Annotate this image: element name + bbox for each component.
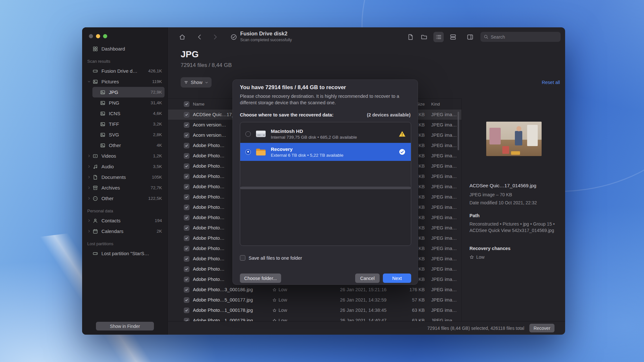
cell-date-modified: 26 Jan 2021, 14:32:59 (340, 297, 396, 302)
sidebar-item-lost-partition-stars[interactable]: Lost partition "StarS… (85, 248, 165, 259)
row-checkbox[interactable] (184, 133, 189, 138)
chevron-right-icon[interactable] (87, 154, 93, 158)
chevron-right-icon[interactable] (87, 175, 93, 179)
sidebar-item-pictures[interactable]: Pictures119K (85, 76, 165, 87)
row-checkbox[interactable] (184, 297, 189, 303)
row-checkbox[interactable] (184, 153, 189, 159)
row-checkbox[interactable] (184, 184, 189, 190)
device-list-scrollbar[interactable] (240, 187, 411, 189)
sidebar-item-count: 4K (154, 143, 162, 148)
show-filter-button[interactable]: Show (181, 77, 212, 88)
image-icon (100, 111, 106, 116)
sidebar-item-icns[interactable]: ICNS4,6K (92, 108, 165, 119)
row-checkbox[interactable] (184, 266, 189, 272)
star-icon (272, 288, 277, 292)
sidebar-item-png[interactable]: PNG31,4K (92, 97, 165, 108)
sidebar-item-fusion-drive-d[interactable]: Fusion Drive d…426,1K (85, 66, 165, 76)
row-checkbox[interactable] (184, 246, 189, 251)
file-row[interactable]: Adobe Photo…5_000177.jpgLow26 Jan 2021, … (168, 295, 461, 305)
sidebar-item-svg[interactable]: SVG2,8K (92, 129, 165, 140)
next-button[interactable]: Next (383, 274, 411, 283)
row-checkbox[interactable] (184, 318, 189, 321)
show-in-finder-button[interactable]: Show in Finder (96, 322, 154, 330)
destination-option-macintosh-hd[interactable]: Macintosh HDInternal 739,75 GB disk • 68… (240, 125, 411, 143)
sidebar-item-count: 119K (149, 79, 162, 84)
chevron-right-icon[interactable] (87, 165, 93, 168)
file-row[interactable]: Adobe Photo…3_000186.jpgLow26 Jan 2021, … (168, 284, 461, 295)
row-checkbox[interactable] (184, 143, 189, 148)
forward-icon[interactable] (210, 32, 220, 42)
file-row[interactable]: Adobe Photo…1_000178.jpgLow26 Jan 2021, … (168, 305, 461, 315)
select-all-checkbox[interactable] (184, 101, 189, 107)
choose-folder-button[interactable]: Choose folder... (240, 274, 281, 283)
row-checkbox[interactable] (184, 277, 189, 282)
selected-check-icon (399, 149, 406, 155)
reset-all-link[interactable]: Reset all (542, 80, 560, 85)
row-checkbox[interactable] (184, 287, 189, 292)
row-checkbox[interactable] (184, 308, 189, 313)
row-checkbox[interactable] (184, 163, 189, 169)
row-checkbox[interactable] (184, 215, 189, 220)
column-header-kind[interactable]: Kind (425, 102, 461, 107)
sidebar-item-calendars[interactable]: Calendars2K (85, 226, 165, 237)
sidebar-nav: DashboardScan resultsFusion Drive d…426,… (82, 43, 167, 259)
sidebar-item-label: Contacts (101, 218, 120, 223)
cell-kind: JPEG ima… (425, 236, 461, 241)
sidebar-item-dashboard[interactable]: Dashboard (85, 43, 165, 54)
sidebar-item-other[interactable]: Other122,5K (85, 193, 165, 204)
close-window-button[interactable] (89, 34, 93, 38)
sidebar-item-archives[interactable]: Archives72,7K (85, 182, 165, 193)
preview-thumbnail[interactable] (486, 122, 542, 156)
destination-option-recovery[interactable]: RecoveryExternal 6 TB disk • 5,22 TB ava… (240, 143, 411, 161)
chevron-right-icon[interactable] (87, 186, 93, 190)
chevron-right-icon[interactable] (87, 197, 93, 200)
sidebar-item-videos[interactable]: Videos1,2K (85, 151, 165, 161)
sidebar-item-audio[interactable]: Audio3,5K (85, 161, 165, 172)
destination-radio[interactable] (245, 131, 251, 137)
row-checkbox[interactable] (184, 205, 189, 210)
cell-kind: JPEG ima… (425, 308, 461, 313)
view-list-icon[interactable] (433, 32, 444, 42)
filter-icon (184, 80, 188, 85)
sidebar-item-other[interactable]: Other4K (92, 140, 165, 151)
sidebar-item-jpg[interactable]: JPG72,9K (92, 87, 165, 97)
preview-panel-toggle-icon[interactable] (465, 32, 475, 42)
save-all-checkbox-row[interactable]: Save all files to one folder (240, 255, 302, 261)
row-checkbox[interactable] (184, 236, 189, 241)
table-scrollbar[interactable] (458, 112, 459, 150)
row-checkbox[interactable] (184, 225, 189, 231)
home-icon[interactable] (177, 32, 187, 42)
destination-radio[interactable] (245, 149, 251, 155)
device-name: Macintosh HD (271, 128, 357, 134)
chevron-down-icon (205, 81, 208, 84)
image-icon (100, 100, 106, 106)
back-icon[interactable] (194, 32, 205, 42)
file-row[interactable]: Adobe Photo…1_000179.jpgLow26 Jan 2021, … (168, 315, 461, 321)
view-rows-icon[interactable] (448, 32, 458, 42)
cancel-button[interactable]: Cancel (355, 274, 380, 283)
chevron-down-icon[interactable] (87, 80, 93, 83)
star-icon (272, 298, 277, 302)
folder-icon[interactable] (419, 32, 429, 42)
row-checkbox[interactable] (184, 122, 189, 128)
sidebar-item-contacts[interactable]: Contacts194 (85, 215, 165, 226)
row-checkbox[interactable] (184, 194, 189, 200)
zoom-window-button[interactable] (103, 34, 107, 38)
chevron-right-icon[interactable] (87, 229, 93, 233)
search-box[interactable] (480, 32, 561, 42)
row-checkbox[interactable] (184, 256, 189, 262)
cell-kind: JPEG ima… (425, 112, 461, 117)
chevron-right-icon[interactable] (87, 219, 93, 222)
sidebar-item-documents[interactable]: Documents105K (85, 172, 165, 182)
sidebar-item-tiff[interactable]: TIFF3,2K (92, 119, 165, 129)
row-checkbox[interactable] (184, 174, 189, 179)
drive-icon (93, 251, 99, 256)
sidebar: DashboardScan resultsFusion Drive d…426,… (82, 27, 168, 335)
recover-button[interactable]: Recover (529, 324, 554, 332)
search-input[interactable] (491, 34, 557, 40)
row-checkbox[interactable] (184, 112, 189, 117)
save-all-checkbox[interactable] (240, 255, 245, 261)
image-icon (100, 143, 106, 148)
minimize-window-button[interactable] (96, 34, 100, 38)
document-icon[interactable] (405, 32, 416, 42)
